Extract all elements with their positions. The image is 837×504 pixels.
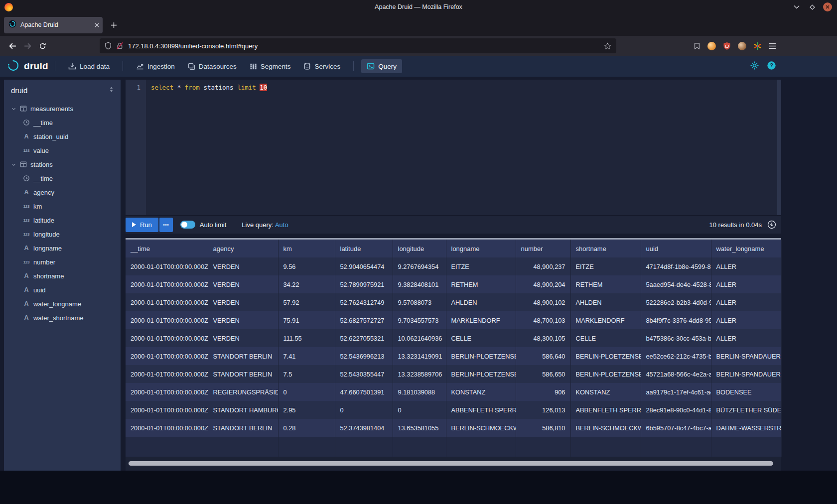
tracking-shield-icon[interactable]: [105, 42, 112, 50]
cell[interactable]: STANDORT HAMBURG: [208, 401, 278, 419]
cell[interactable]: 126,013: [516, 401, 570, 419]
extension-asterisk-icon[interactable]: [753, 42, 762, 50]
cell[interactable]: BERLIN-PLOETZENSEE C: [570, 347, 641, 365]
cell[interactable]: 0.28: [278, 419, 335, 437]
column-item-latitude[interactable]: 123latitude: [4, 213, 121, 227]
back-button[interactable]: [5, 39, 20, 53]
forward-button[interactable]: [20, 39, 35, 53]
cell[interactable]: KONSTANZ: [570, 383, 641, 401]
datasource-item-measurements[interactable]: measurements: [4, 102, 121, 116]
cell[interactable]: 48,700,103: [516, 311, 570, 329]
cell[interactable]: ALLER: [711, 293, 781, 311]
double-caret-icon[interactable]: [108, 86, 115, 95]
column-header-__time[interactable]: __time: [126, 240, 208, 257]
cell[interactable]: 9.56: [278, 257, 335, 275]
cell[interactable]: 13.653581055: [393, 419, 446, 437]
column-header-water_longname[interactable]: water_longname: [711, 240, 781, 257]
column-header-agency[interactable]: agency: [208, 240, 278, 257]
menu-icon[interactable]: [769, 43, 776, 49]
cell[interactable]: 2000-01-01T00:00:00.000Z: [126, 365, 208, 383]
cell[interactable]: 6b595707-8c47-4bc7-a8: [641, 419, 711, 437]
cell[interactable]: b475386c-30cc-453a-b3: [641, 329, 711, 347]
column-header-longname[interactable]: longname: [446, 240, 516, 257]
cell[interactable]: MARKLENDORF: [570, 311, 641, 329]
cell[interactable]: 52.6827572727: [335, 311, 393, 329]
cell[interactable]: 2000-01-01T00:00:00.000Z: [126, 293, 208, 311]
profile-avatar-icon[interactable]: [738, 42, 746, 50]
run-button[interactable]: Run: [126, 218, 158, 232]
window-close-button[interactable]: [823, 2, 832, 11]
cell[interactable]: 48,900,102: [516, 293, 570, 311]
datasource-item-stations[interactable]: stations: [4, 157, 121, 171]
editor-scrollbar[interactable]: [777, 80, 781, 215]
column-item-agency[interactable]: Aagency: [4, 185, 121, 199]
auto-limit-toggle[interactable]: [180, 221, 195, 229]
cell[interactable]: 0: [393, 401, 446, 419]
column-header-longitude[interactable]: longitude: [393, 240, 446, 257]
column-item-number[interactable]: 123number: [4, 255, 121, 269]
cell[interactable]: VERDEN: [208, 311, 278, 329]
ublock-icon[interactable]: [723, 42, 731, 50]
cell[interactable]: BERLIN-SCHMOECKWITZ: [570, 419, 641, 437]
cell[interactable]: 52.7890975921: [335, 275, 393, 293]
cell[interactable]: ABBENFLETH SPERRWEI: [570, 401, 641, 419]
cell[interactable]: 586,650: [516, 365, 570, 383]
column-item-longitude[interactable]: 123longitude: [4, 227, 121, 241]
cell[interactable]: BERLIN-PLOETZENSEE U: [446, 365, 516, 383]
tab-close-icon[interactable]: [95, 23, 99, 27]
cell[interactable]: 52.9040654474: [335, 257, 393, 275]
cell[interactable]: 586,810: [516, 419, 570, 437]
more-button[interactable]: •••: [159, 218, 173, 232]
column-item-shortname[interactable]: Ashortname: [4, 269, 121, 283]
cell[interactable]: 52.6227055321: [335, 329, 393, 347]
cell[interactable]: 7.5: [278, 365, 335, 383]
cell[interactable]: 45721a68-566c-4e2a-a6: [641, 365, 711, 383]
cell[interactable]: 9.7034557573: [393, 311, 446, 329]
column-item-water_shortname[interactable]: Awater_shortname: [4, 311, 121, 325]
cell[interactable]: 2.95: [278, 401, 335, 419]
cell[interactable]: 2000-01-01T00:00:00.000Z: [126, 383, 208, 401]
cell[interactable]: RETHEM: [446, 275, 516, 293]
cell[interactable]: 10.0621640936: [393, 329, 446, 347]
cell[interactable]: 7.41: [278, 347, 335, 365]
reload-button[interactable]: [35, 39, 50, 53]
cell[interactable]: ALLER: [711, 257, 781, 275]
cell[interactable]: EITZE: [446, 257, 516, 275]
cell[interactable]: 111.55: [278, 329, 335, 347]
live-query-value[interactable]: Auto: [275, 221, 288, 229]
cell[interactable]: 75.91: [278, 311, 335, 329]
browser-tab[interactable]: Apache Druid: [4, 17, 103, 33]
nav-item-services[interactable]: Services: [298, 59, 346, 73]
url-bar[interactable]: 172.18.0.4:30899/unified-console.html#qu…: [100, 38, 616, 53]
cell[interactable]: 906: [516, 383, 570, 401]
cell[interactable]: 2000-01-01T00:00:00.000Z: [126, 329, 208, 347]
cell[interactable]: 9.2767694354: [393, 257, 446, 275]
cell[interactable]: EITZE: [570, 257, 641, 275]
column-item-water_longname[interactable]: Awater_longname: [4, 297, 121, 311]
cell[interactable]: CELLE: [446, 329, 516, 347]
cell[interactable]: 13.3238589706: [393, 365, 446, 383]
column-header-latitude[interactable]: latitude: [335, 240, 393, 257]
cell[interactable]: 586,640: [516, 347, 570, 365]
settings-gear-icon[interactable]: [750, 61, 759, 72]
column-item-__time[interactable]: __time: [4, 116, 121, 129]
cell[interactable]: 48,300,105: [516, 329, 570, 347]
nav-item-ingestion[interactable]: Ingestion: [131, 59, 180, 73]
bookmark-star-icon[interactable]: [604, 42, 611, 50]
cell[interactable]: AHLDEN: [446, 293, 516, 311]
help-icon[interactable]: ?: [767, 61, 776, 72]
cell[interactable]: BERLIN-PLOETZENSEE U: [570, 365, 641, 383]
cell[interactable]: 57.92: [278, 293, 335, 311]
column-header-shortname[interactable]: shortname: [570, 240, 641, 257]
cell[interactable]: 2000-01-01T00:00:00.000Z: [126, 401, 208, 419]
cell[interactable]: REGIERUNGSPRÄSIDIUM: [208, 383, 278, 401]
window-maximize-button[interactable]: [808, 2, 817, 11]
column-item-__time[interactable]: __time: [4, 171, 121, 185]
column-header-uuid[interactable]: uuid: [641, 240, 711, 257]
column-item-station_uuid[interactable]: Astation_uuid: [4, 129, 121, 143]
window-minimize-button[interactable]: [792, 2, 801, 11]
cell[interactable]: 0: [278, 383, 335, 401]
cell[interactable]: 2000-01-01T00:00:00.000Z: [126, 257, 208, 275]
cell[interactable]: 48,900,204: [516, 275, 570, 293]
cell[interactable]: VERDEN: [208, 257, 278, 275]
